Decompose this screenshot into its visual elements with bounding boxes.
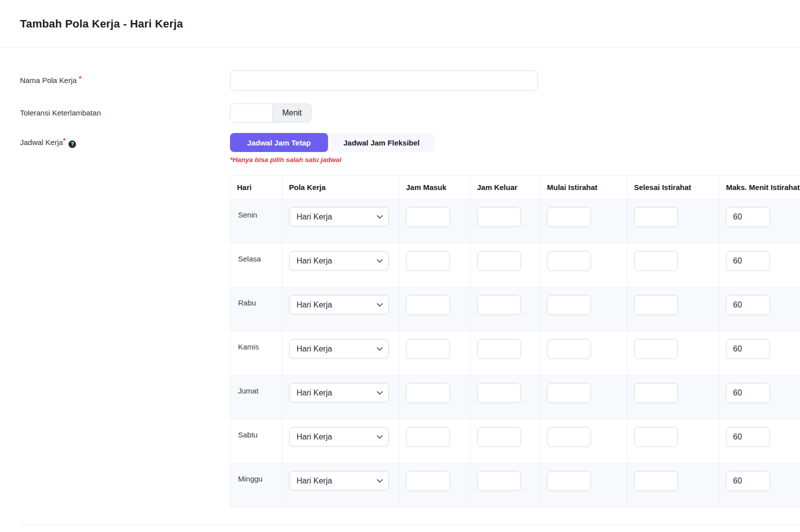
table-row-minggu: Minggu Hari Kerja [230,464,800,508]
maks-menit-istirahat-input[interactable] [726,471,770,491]
chevron-down-icon [376,344,383,351]
jam-keluar-input[interactable] [477,383,521,403]
selesai-istirahat-input[interactable] [634,383,678,403]
mulai-istirahat-input[interactable] [547,251,591,271]
jadwal-toggle-group: Jadwal Jam Tetap Jadwal Jam Fleksibel [230,133,435,152]
table-row-jumat: Jumat Hari Kerja [230,376,800,420]
table-row-senin: Senin Hari Kerja [230,200,800,244]
day-label: Jumat [237,383,276,395]
form-row-jadwal-kerja: Jadwal Kerja*? Jadwal Jam Tetap Jadwal J… [20,133,800,508]
jam-masuk-input[interactable] [406,295,450,315]
col-header-mulai-istirahat: Mulai Istirahat [540,176,628,200]
pola-kerja-select[interactable]: Hari Kerja [289,295,389,314]
mulai-istirahat-input[interactable] [547,339,591,359]
maks-menit-istirahat-input[interactable] [726,339,770,359]
mulai-istirahat-input[interactable] [547,383,591,403]
pola-kerja-select[interactable]: Hari Kerja [289,251,389,270]
jam-masuk-input[interactable] [406,251,450,271]
jam-keluar-input[interactable] [477,471,521,491]
schedule-table: Hari Pola Kerja Jam Masuk Jam Keluar Mul… [230,175,800,508]
jam-masuk-input[interactable] [406,471,450,491]
col-header-selesai-istirahat: Selesai Istirahat [628,176,720,200]
jam-keluar-input[interactable] [477,339,521,359]
tab-jadwal-jam-fleksibel[interactable]: Jadwal Jam Fleksibel [328,133,435,152]
jam-masuk-input[interactable] [406,427,450,447]
pola-kerja-selected-value: Hari Kerja [296,432,332,442]
maks-menit-istirahat-input[interactable] [726,383,770,403]
chevron-down-icon [376,432,383,439]
chevron-down-icon [376,212,383,219]
toleransi-input-group: Menit [230,104,312,122]
mulai-istirahat-input[interactable] [547,471,591,491]
maks-menit-istirahat-input[interactable] [726,207,770,227]
selesai-istirahat-input[interactable] [634,339,678,359]
col-header-pola-kerja: Pola Kerja [282,176,400,200]
jam-keluar-input[interactable] [477,251,521,271]
jam-keluar-input[interactable] [477,427,521,447]
selesai-istirahat-input[interactable] [634,207,678,227]
question-circle-icon[interactable]: ? [68,140,76,148]
bottom-divider [20,525,800,526]
day-label: Sabtu [237,427,276,439]
day-label: Selasa [237,251,276,263]
maks-menit-istirahat-input[interactable] [726,427,770,447]
pola-kerja-selected-value: Hari Kerja [296,300,332,310]
tab-jadwal-jam-tetap[interactable]: Jadwal Jam Tetap [230,133,328,152]
pola-kerja-select[interactable]: Hari Kerja [289,383,389,402]
col-header-jam-masuk: Jam Masuk [400,176,470,200]
jadwal-warning-note: *Hanya bisa pilih salah satu jadwal [230,156,800,164]
table-header-row: Hari Pola Kerja Jam Masuk Jam Keluar Mul… [230,176,800,200]
required-asterisk: * [79,74,82,82]
add-work-pattern-page: Tambah Pola Kerja - Hari Kerja Nama Pola… [0,0,800,532]
page-header: Tambah Pola Kerja - Hari Kerja [0,0,800,48]
form-row-nama-pola-kerja: Nama Pola Kerja * [20,70,800,90]
day-label: Kamis [237,339,276,351]
pola-kerja-select[interactable]: Hari Kerja [289,207,389,226]
page-title: Tambah Pola Kerja - Hari Kerja [20,18,183,30]
jam-masuk-input[interactable] [406,207,450,227]
pola-kerja-selected-value: Hari Kerja [296,344,332,354]
maks-menit-istirahat-input[interactable] [726,295,770,315]
jadwal-kerja-label: Jadwal Kerja [20,138,63,146]
day-label: Minggu [237,471,276,483]
pola-kerja-select[interactable]: Hari Kerja [289,471,389,490]
selesai-istirahat-input[interactable] [634,251,678,271]
maks-menit-istirahat-input[interactable] [726,251,770,271]
table-row-rabu: Rabu Hari Kerja [230,288,800,332]
mulai-istirahat-input[interactable] [547,295,591,315]
col-header-maks-menit-istirahat: Maks. Menit Istirahat [720,176,800,200]
pola-kerja-selected-value: Hari Kerja [296,388,332,398]
menit-addon-label: Menit [272,104,311,122]
form-row-toleransi: Toleransi Keterlambatan Menit [20,104,800,122]
toleransi-label: Toleransi Keterlambatan [20,108,101,117]
jam-keluar-input[interactable] [477,295,521,315]
jam-masuk-input[interactable] [406,339,450,359]
toleransi-input[interactable] [230,104,272,122]
selesai-istirahat-input[interactable] [634,427,678,447]
mulai-istirahat-input[interactable] [547,427,591,447]
selesai-istirahat-input[interactable] [634,295,678,315]
selesai-istirahat-input[interactable] [634,471,678,491]
chevron-down-icon [376,476,383,483]
nama-pola-kerja-input[interactable] [230,70,538,90]
jam-masuk-input[interactable] [406,383,450,403]
day-label: Rabu [237,295,276,307]
chevron-down-icon [376,300,383,307]
pola-kerja-selected-value: Hari Kerja [296,212,332,222]
col-header-jam-keluar: Jam Keluar [470,176,540,200]
jam-keluar-input[interactable] [477,207,521,227]
pola-kerja-selected-value: Hari Kerja [296,476,332,486]
day-label: Senin [237,207,276,219]
pola-kerja-select[interactable]: Hari Kerja [289,339,389,358]
col-header-hari: Hari [230,176,282,200]
table-row-kamis: Kamis Hari Kerja [230,332,800,376]
required-asterisk: * [63,136,66,144]
mulai-istirahat-input[interactable] [547,207,591,227]
table-row-sabtu: Sabtu Hari Kerja [230,420,800,464]
chevron-down-icon [376,388,383,395]
pola-kerja-select[interactable]: Hari Kerja [289,427,389,446]
nama-pola-kerja-label: Nama Pola Kerja [20,76,76,84]
jadwal-kerja-control: Jadwal Jam Tetap Jadwal Jam Fleksibel *H… [230,133,800,508]
pola-kerja-selected-value: Hari Kerja [296,256,332,266]
chevron-down-icon [376,256,383,263]
